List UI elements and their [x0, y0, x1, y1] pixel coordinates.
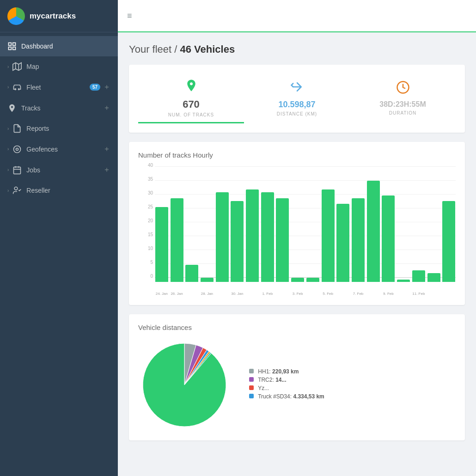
x-label: 7. Feb	[351, 292, 365, 296]
geofences-add-icon[interactable]: ＋	[103, 144, 110, 154]
x-label	[245, 292, 259, 296]
bar	[397, 280, 410, 282]
svg-rect-0	[9, 43, 12, 46]
bar-chart-card: Number of tracks Hourly 0510152025303540…	[129, 142, 465, 305]
sidebar-item-fleet[interactable]: › Fleet 57 ＋	[0, 77, 118, 98]
svg-rect-1	[13, 43, 16, 46]
duration-stat-label: DURATION	[389, 110, 416, 116]
sidebar-item-label-map: Map	[26, 63, 39, 70]
pie-legend-item: Yz...	[249, 385, 456, 391]
topbar: ≡	[118, 0, 476, 32]
geofence-icon	[12, 145, 22, 154]
tracks-add-icon[interactable]: ＋	[103, 103, 110, 113]
stat-tracks[interactable]: 670 NUM. OF TRACKS	[138, 74, 244, 123]
legend-label: TRC2: 14...	[258, 377, 286, 383]
bar	[246, 189, 259, 282]
grid-icon	[7, 42, 17, 51]
bar-group	[200, 166, 214, 282]
main-content: ≡ Your fleet / 46 Vehicles 670 NUM. OF T…	[118, 0, 476, 476]
sidebar-item-reports[interactable]: › Reports	[0, 118, 118, 139]
bar-group	[291, 166, 305, 282]
svg-point-10	[16, 148, 18, 150]
sidebar: mycartracks Dashboard › Map	[0, 0, 118, 476]
pie-legend-item: HH1: 220,93 km	[249, 368, 456, 375]
bar-group	[306, 166, 320, 282]
legend-label: Yz...	[258, 385, 269, 391]
jobs-icon	[12, 165, 22, 175]
x-label: 11. Feb	[412, 292, 426, 296]
sidebar-item-label-tracks: Tracks	[21, 104, 40, 112]
bar-group	[397, 166, 410, 282]
logo-area[interactable]: mycartracks	[0, 0, 118, 32]
page-title-main: 46 Vehicles	[180, 43, 235, 55]
bar	[442, 201, 455, 282]
bar-group	[427, 166, 441, 282]
pie-chart-card: Vehicle distances HH1: 220,93 km TRC2: 1…	[129, 314, 465, 440]
bar-group	[442, 166, 456, 282]
sidebar-item-reseller[interactable]: › Reseller	[0, 180, 118, 201]
legend-label: HH1: 220,93 km	[258, 368, 299, 375]
svg-rect-3	[13, 47, 16, 50]
pie-chart-title: Vehicle distances	[138, 323, 456, 331]
pie-legend-item: TRC2: 14...	[249, 377, 456, 383]
app-name: mycartracks	[30, 12, 76, 21]
x-label: 1. Feb	[261, 292, 275, 296]
logo-icon	[7, 7, 25, 25]
fleet-badge: 57	[90, 84, 100, 91]
bar	[427, 273, 440, 282]
svg-rect-2	[9, 47, 12, 50]
sidebar-item-map[interactable]: › Map	[0, 56, 118, 77]
pie-legend-item: Truck #SD34: 4.334,53 km	[249, 393, 456, 400]
sidebar-item-tracks[interactable]: Tracks ＋	[0, 98, 118, 118]
sidebar-item-jobs[interactable]: › Jobs ＋	[0, 159, 118, 180]
x-label	[276, 292, 290, 296]
sidebar-item-dashboard[interactable]: Dashboard	[0, 36, 118, 56]
pie-chart-svg	[138, 339, 240, 431]
file-icon	[12, 124, 22, 133]
content-area: Your fleet / 46 Vehicles 670 NUM. OF TRA…	[118, 32, 476, 476]
x-label	[366, 292, 380, 296]
bar	[231, 201, 244, 282]
bar-chart-title: Number of tracks Hourly	[138, 151, 456, 159]
x-label: 30. Jan	[231, 292, 244, 296]
distance-stat-icon	[290, 80, 304, 97]
jobs-add-icon[interactable]: ＋	[103, 165, 110, 175]
bar	[171, 198, 183, 282]
x-label	[215, 292, 229, 296]
car-icon	[12, 83, 22, 92]
bar-group	[412, 166, 426, 282]
sidebar-item-label-reseller: Reseller	[26, 187, 50, 194]
x-label: 3. Feb	[291, 292, 305, 296]
bar	[412, 270, 425, 282]
sidebar-item-label-jobs: Jobs	[26, 166, 40, 174]
bar-group	[276, 166, 290, 282]
x-label: 28. Jan	[200, 292, 214, 296]
chevron-reseller: ›	[7, 188, 9, 193]
chevron-map: ›	[7, 64, 9, 69]
bar-group	[185, 166, 199, 282]
stat-distance[interactable]: 10.598,87 DISTANCE (KM)	[244, 75, 350, 122]
bar	[382, 195, 395, 282]
svg-point-15	[15, 187, 18, 190]
fleet-add-icon[interactable]: ＋	[103, 82, 110, 92]
bar-group	[351, 166, 365, 282]
x-label	[397, 292, 410, 296]
page-title-prefix: Your fleet /	[129, 43, 177, 55]
bar	[367, 181, 380, 282]
duration-stat-icon	[396, 80, 410, 98]
chevron-reports: ›	[7, 126, 9, 131]
tracks-stat-label: NUM. OF TRACKS	[168, 112, 214, 117]
distance-stat-label: DISTANCE (KM)	[277, 111, 317, 116]
hamburger-button[interactable]: ≡	[127, 11, 132, 21]
sidebar-item-label-dashboard: Dashboard	[21, 43, 53, 50]
stat-duration[interactable]: 38D:23H:55M DURATION	[350, 76, 456, 122]
bar-chart: 051015202530354024. Jan26. Jan28. Jan30.…	[138, 166, 456, 296]
x-label	[306, 292, 320, 296]
duration-stat-value: 38D:23H:55M	[379, 100, 426, 109]
svg-rect-11	[14, 167, 21, 174]
bar	[261, 192, 274, 282]
x-label: 5. Feb	[321, 292, 335, 296]
bar	[276, 198, 289, 282]
sidebar-item-geofences[interactable]: › Geofences ＋	[0, 139, 118, 159]
bar-group	[366, 166, 380, 282]
